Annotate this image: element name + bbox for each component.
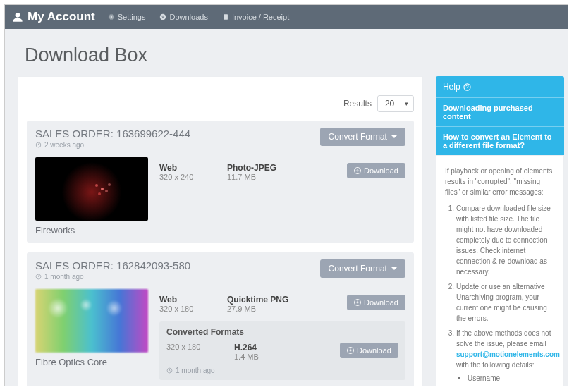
help-link-convert[interactable]: How to convert an Element to a different… bbox=[436, 127, 564, 155]
converted-formats-box: Converted Formats 320 x 180 H.264 1.4 MB bbox=[159, 321, 405, 380]
thumbnail-fibre-optics[interactable] bbox=[35, 289, 148, 353]
codec-label: Quicktime PNG bbox=[227, 295, 333, 305]
filesize: 1.4 MB bbox=[234, 353, 340, 361]
svg-point-0 bbox=[16, 13, 20, 18]
results-select[interactable]: 20 bbox=[377, 95, 414, 112]
download-button[interactable]: Download bbox=[340, 343, 398, 358]
download-button[interactable]: Download bbox=[347, 163, 405, 178]
download-circle-icon bbox=[159, 13, 166, 20]
converted-time: 1 month ago bbox=[166, 367, 398, 374]
order-block: SALES ORDER: 163699622-444 2 weeks ago C… bbox=[27, 121, 414, 243]
download-icon bbox=[347, 347, 354, 354]
info-intro: If playback or opening of elements resul… bbox=[445, 166, 555, 197]
main-panel: Results 20 SALES ORDER: 163699622-444 2 … bbox=[18, 76, 423, 386]
download-icon bbox=[354, 167, 361, 174]
info-bullet: Username bbox=[468, 373, 555, 384]
sidebar: Help Downloading purchased content How t… bbox=[436, 76, 564, 386]
help-circle-icon bbox=[463, 83, 471, 91]
help-box: Help Downloading purchased content How t… bbox=[436, 76, 564, 155]
download-button[interactable]: Download bbox=[347, 295, 405, 310]
gear-icon bbox=[108, 13, 115, 20]
order-time: 2 weeks ago bbox=[35, 141, 190, 149]
results-label: Results bbox=[343, 99, 372, 109]
nav-downloads[interactable]: Downloads bbox=[159, 13, 207, 21]
order-title: SALES ORDER: 162842093-580 bbox=[35, 259, 190, 271]
thumbnail-name: Fireworks bbox=[35, 225, 148, 235]
support-email-link[interactable]: support@motionelements.com bbox=[456, 350, 560, 358]
user-icon bbox=[12, 11, 23, 23]
codec-label: Photo-JPEG bbox=[227, 163, 333, 173]
clock-icon bbox=[35, 274, 42, 280]
info-step-2: Update or use an alternative Unarchiving… bbox=[456, 281, 555, 324]
filesize: 27.9 MB bbox=[227, 305, 333, 313]
help-header: Help bbox=[436, 76, 564, 98]
codec-label: H.264 bbox=[234, 343, 340, 353]
dimensions: 320 x 240 bbox=[159, 173, 227, 181]
dimensions: 320 x 180 bbox=[166, 343, 234, 351]
page-title: Download Box bbox=[5, 29, 568, 76]
info-step-3: If the above methods does not solve the … bbox=[456, 328, 555, 386]
results-row: Results 20 bbox=[27, 95, 414, 112]
thumbnail-fireworks[interactable] bbox=[35, 157, 148, 221]
dimensions: 320 x 180 bbox=[159, 305, 227, 313]
format-label: Web bbox=[159, 295, 227, 305]
account-title: My Account bbox=[12, 10, 95, 24]
thumbnail-name: Fibre Optics Core bbox=[35, 357, 148, 367]
order-title: SALES ORDER: 163699622-444 bbox=[35, 128, 190, 140]
format-label: Web bbox=[159, 163, 227, 173]
convert-format-button[interactable]: Convert Format bbox=[320, 128, 405, 146]
navbar: My Account Settings Downloads Invoice / … bbox=[5, 5, 568, 29]
order-block: SALES ORDER: 162842093-580 1 month ago C… bbox=[27, 252, 414, 386]
convert-format-button[interactable]: Convert Format bbox=[320, 259, 405, 278]
info-box: If playback or opening of elements resul… bbox=[436, 155, 564, 386]
clock-icon bbox=[35, 142, 42, 148]
download-row: Web 320 x 240 Photo-JPEG 11.7 MB Downloa… bbox=[159, 157, 405, 187]
converted-title: Converted Formats bbox=[166, 327, 398, 337]
document-icon bbox=[222, 13, 229, 20]
download-row: Web 320 x 180 Quicktime PNG 27.9 MB Down… bbox=[159, 289, 405, 319]
svg-rect-3 bbox=[224, 14, 228, 20]
info-step-1: Compare downloaded file size with listed… bbox=[456, 203, 555, 277]
download-icon bbox=[354, 299, 361, 306]
account-title-text: My Account bbox=[28, 10, 95, 24]
nav-invoice[interactable]: Invoice / Receipt bbox=[222, 13, 289, 21]
clock-icon bbox=[166, 367, 173, 374]
help-link-downloading[interactable]: Downloading purchased content bbox=[436, 98, 564, 127]
filesize: 11.7 MB bbox=[227, 173, 333, 181]
nav-settings[interactable]: Settings bbox=[108, 13, 146, 21]
order-time: 1 month ago bbox=[35, 273, 190, 281]
